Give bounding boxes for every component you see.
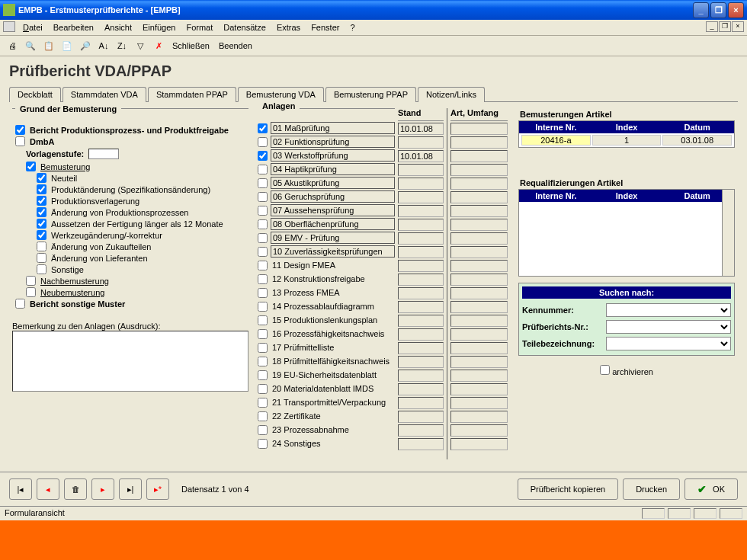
- chk-produktionsverlagerung[interactable]: [37, 196, 46, 206]
- chk-werkzeug[interactable]: [37, 230, 46, 240]
- scrollbar[interactable]: [722, 190, 734, 276]
- anlage-chk-08[interactable]: [258, 219, 268, 229]
- minimize-button[interactable]: _: [693, 2, 709, 18]
- stand-input[interactable]: [398, 328, 444, 341]
- menu-extras[interactable]: Extras: [272, 21, 305, 34]
- art-input[interactable]: [450, 411, 508, 423]
- art-input[interactable]: [450, 370, 508, 382]
- nav-last[interactable]: ▸|: [119, 478, 142, 500]
- anlage-chk-05[interactable]: [258, 178, 268, 188]
- anlage-chk-19[interactable]: [258, 370, 268, 380]
- anlage-chk-09[interactable]: [258, 233, 268, 243]
- chk-aussetzen[interactable]: [37, 219, 46, 229]
- anlage-chk-12[interactable]: [258, 274, 268, 284]
- stand-input[interactable]: [398, 383, 444, 395]
- anlage-chk-11[interactable]: [258, 261, 268, 270]
- art-input[interactable]: [450, 315, 508, 327]
- nav-next[interactable]: ▸: [91, 478, 114, 500]
- art-input[interactable]: [450, 136, 508, 149]
- vorlagenstufe-input[interactable]: [88, 149, 119, 159]
- stand-input[interactable]: [398, 136, 444, 149]
- anlage-chk-02[interactable]: [258, 137, 268, 147]
- chk-bericht-prod[interactable]: [15, 125, 25, 135]
- chk-neubemusterung[interactable]: [26, 287, 36, 297]
- bemusterungen-row[interactable]: 20416-a 1 03.01.08: [519, 133, 734, 147]
- mdi-minimize[interactable]: _: [706, 21, 718, 32]
- art-input[interactable]: [450, 328, 508, 341]
- anlage-chk-10[interactable]: [258, 247, 268, 257]
- mdi-close[interactable]: ×: [732, 21, 744, 32]
- art-input[interactable]: [450, 219, 508, 231]
- anlage-chk-22[interactable]: [258, 411, 268, 421]
- art-input[interactable]: [450, 164, 508, 176]
- anlage-chk-16[interactable]: [258, 329, 268, 339]
- menu-help[interactable]: ?: [345, 21, 359, 34]
- sort-desc-icon[interactable]: Z↓: [114, 38, 130, 53]
- stand-input[interactable]: [398, 424, 444, 437]
- kennummer-select[interactable]: [606, 303, 731, 317]
- stand-input[interactable]: [398, 219, 444, 231]
- maximize-button[interactable]: ❐: [710, 2, 726, 18]
- sort-asc-icon[interactable]: A↓: [96, 38, 111, 53]
- anlage-chk-03[interactable]: [258, 151, 268, 161]
- stand-input[interactable]: [398, 164, 444, 176]
- copy-icon[interactable]: 📋: [41, 38, 56, 53]
- print-icon[interactable]: 🖨: [5, 38, 20, 53]
- ok-button[interactable]: ✔OK: [684, 478, 738, 500]
- art-input[interactable]: [450, 287, 508, 299]
- art-input[interactable]: [450, 342, 508, 354]
- anlage-chk-07[interactable]: [258, 206, 268, 216]
- stand-input[interactable]: [398, 438, 444, 450]
- chk-archivieren[interactable]: [600, 365, 610, 375]
- art-input[interactable]: [450, 178, 508, 190]
- nav-prev[interactable]: ◂: [37, 478, 59, 500]
- menu-datei[interactable]: Datei: [18, 21, 47, 34]
- close-button[interactable]: ×: [728, 2, 744, 18]
- paste-icon[interactable]: 📄: [59, 38, 75, 53]
- tab-notizen[interactable]: Notizen/Links: [418, 87, 485, 102]
- menu-bearbeiten[interactable]: Bearbeiten: [49, 21, 98, 34]
- art-input[interactable]: [450, 232, 508, 245]
- chk-sonstige-muster[interactable]: [15, 299, 25, 309]
- art-input[interactable]: [450, 205, 508, 217]
- anlage-chk-17[interactable]: [258, 343, 268, 353]
- stand-input[interactable]: [398, 246, 444, 258]
- chk-nachbemusterung[interactable]: [26, 276, 36, 286]
- menu-datensaetze[interactable]: Datensätze: [219, 21, 271, 34]
- nav-first[interactable]: |◂: [9, 478, 32, 500]
- stand-input[interactable]: [398, 370, 444, 382]
- art-input[interactable]: [450, 150, 508, 162]
- art-input[interactable]: [450, 260, 508, 272]
- stand-input[interactable]: [398, 315, 444, 327]
- stand-input[interactable]: [398, 274, 444, 286]
- art-input[interactable]: [450, 383, 508, 395]
- stand-input[interactable]: [398, 191, 444, 203]
- tab-bemusterung-vda[interactable]: Bemusterung VDA: [238, 87, 324, 102]
- kopieren-button[interactable]: Prüfbericht kopieren: [518, 478, 618, 500]
- tab-stammdaten-vda[interactable]: Stammdaten VDA: [63, 87, 146, 102]
- drucken-button[interactable]: Drucken: [623, 478, 680, 500]
- menu-format[interactable]: Format: [181, 21, 217, 34]
- anlage-chk-24[interactable]: [258, 439, 268, 449]
- tab-stammdaten-ppap[interactable]: Stammdaten PPAP: [148, 87, 236, 102]
- stand-input[interactable]: [398, 260, 444, 272]
- nav-delete[interactable]: 🗑: [64, 478, 87, 500]
- anlage-chk-15[interactable]: [258, 315, 268, 325]
- art-input[interactable]: [450, 438, 508, 450]
- art-input[interactable]: [450, 301, 508, 313]
- stand-input[interactable]: [398, 411, 444, 423]
- anlage-chk-01[interactable]: [258, 123, 268, 133]
- tab-deckblatt[interactable]: Deckblatt: [9, 87, 61, 102]
- chk-lieferanten[interactable]: [37, 253, 46, 263]
- menu-einfuegen[interactable]: Einfügen: [138, 21, 180, 34]
- art-input[interactable]: [450, 123, 508, 135]
- nav-new[interactable]: ▸*: [146, 478, 169, 500]
- chk-bemusterung[interactable]: [26, 162, 36, 171]
- find-icon[interactable]: 🔎: [78, 38, 93, 53]
- chk-zukauf[interactable]: [37, 242, 46, 251]
- stand-input[interactable]: [398, 205, 444, 217]
- filter-icon[interactable]: ▽: [133, 38, 148, 53]
- anlage-chk-20[interactable]: [258, 384, 268, 394]
- menu-fenster[interactable]: Fenster: [306, 21, 344, 34]
- anlage-chk-14[interactable]: [258, 302, 268, 312]
